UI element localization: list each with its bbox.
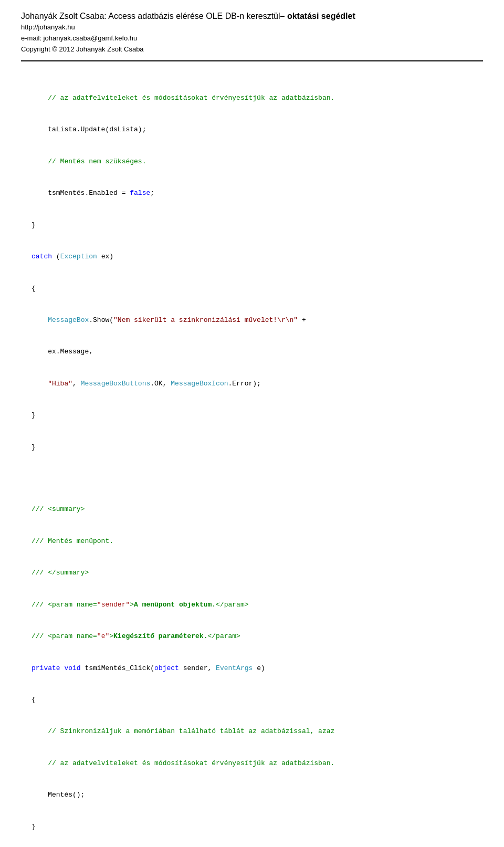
header-copyright: Copyright © 2012 Johanyák Zsolt Csaba <box>21 44 483 55</box>
code-line: // az adatfelviteleket és módosításokat … <box>32 93 483 103</box>
code-line: // Szinkronizáljuk a memóriában találhat… <box>32 726 483 737</box>
header-url: http://johanyak.hu <box>21 22 483 33</box>
code-line: private void tsmiMentés_Click(object sen… <box>32 663 483 674</box>
code-line: /// </summary> <box>32 568 483 578</box>
header-title-prefix: Johanyák Zsolt Csaba: Access adatbázis e… <box>21 12 280 20</box>
code-block-2: /// <summary> /// Mentés menüpont. /// <… <box>21 481 483 847</box>
code-line: } <box>32 220 483 231</box>
code-line: taLista.Update(dsLista); <box>32 124 483 135</box>
code-line: "Hiba", MessageBoxButtons.OK, MessageBox… <box>32 379 483 389</box>
code-line: /// <param name="e">Kiegészítő paraméter… <box>32 631 483 642</box>
code-line: /// Mentés menüpont. <box>32 536 483 547</box>
code-line: ex.Message, <box>32 347 483 357</box>
code-line: } <box>32 410 483 421</box>
header-title: Johanyák Zsolt Csaba: Access adatbázis e… <box>21 11 483 22</box>
code-line: } <box>32 822 483 832</box>
code-line: MessageBox.Show("Nem sikerült a szinkron… <box>32 315 483 326</box>
header-title-bold: – oktatási segédlet <box>280 12 355 20</box>
code-line: Mentés(); <box>32 790 483 800</box>
page: Johanyák Zsolt Csaba: Access adatbázis e… <box>0 0 504 847</box>
code-line: } <box>32 442 483 453</box>
code-line: catch (Exception ex) <box>32 252 483 262</box>
code-line: tsmMentés.Enabled = false; <box>32 188 483 198</box>
code-line: /// <param name="sender">A menüpont obje… <box>32 600 483 610</box>
code-line: // Mentés nem szükséges. <box>32 156 483 167</box>
code-block-1: // az adatfelviteleket és módosításokat … <box>21 70 483 476</box>
code-line: // az adatvelviteleket és módosításokat … <box>32 758 483 769</box>
code-line: { <box>32 695 483 705</box>
header-email: e-mail: johanyak.csaba@gamf.kefo.hu <box>21 33 483 44</box>
code-line: /// <summary> <box>32 504 483 515</box>
page-header: Johanyák Zsolt Csaba: Access adatbázis e… <box>21 11 483 61</box>
code-line: { <box>32 284 483 294</box>
